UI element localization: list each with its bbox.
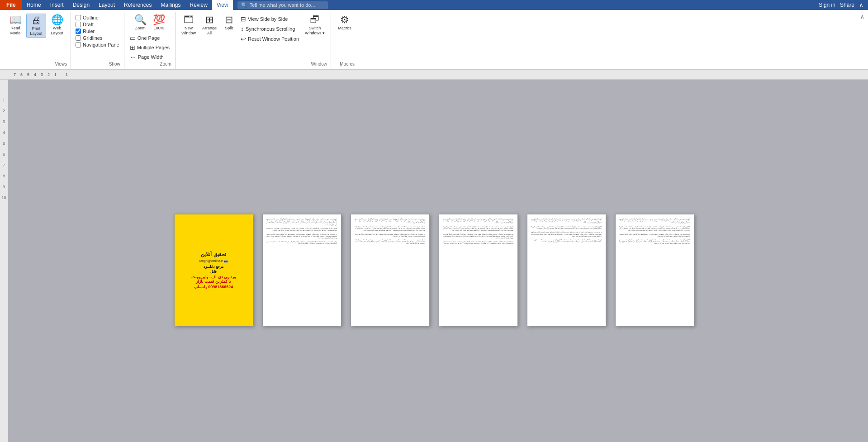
outline-checkbox-row[interactable]: Outline bbox=[75, 14, 120, 21]
view-side-by-side-button[interactable]: ⊟ View Side by Side bbox=[239, 14, 301, 24]
reset-window-position-button[interactable]: ↩ Reset Window Position bbox=[239, 34, 301, 43]
outline-checkbox[interactable] bbox=[76, 15, 81, 20]
document-area: 1 2 3 4 5 6 7 8 9 10 تحقیق آنلاین 📷 Tahg… bbox=[0, 80, 868, 442]
synchronous-scrolling-icon: ↕ bbox=[241, 25, 244, 33]
search-icon: 🔍 bbox=[241, 2, 247, 8]
horizontal-ruler: 7 6 5 4 3 2 1 1 bbox=[0, 70, 868, 80]
zoom-100-icon: 💯 bbox=[153, 15, 165, 25]
text-block: لورم ایپسوم متن ساختگی با تولید سادگی نا… bbox=[619, 218, 690, 245]
ribbon-toolbar: 📖 ReadMode 🖨 PrintLayout 🌐 WebLayout Vie… bbox=[0, 10, 868, 70]
tab-mailings[interactable]: Mailings bbox=[156, 0, 185, 10]
tab-references[interactable]: References bbox=[119, 0, 156, 10]
views-group-label: Views bbox=[55, 62, 67, 67]
outline-label: Outline bbox=[83, 15, 99, 20]
draft-checkbox[interactable] bbox=[76, 22, 81, 27]
window-group-content: 🗔 NewWindow ⊞ ArrangeAll ⊟ Split ⊟ View … bbox=[179, 14, 327, 62]
multiple-pages-button[interactable]: ⊞ Multiple Pages bbox=[128, 43, 171, 52]
document-page-6: لورم ایپسوم متن ساختگی با تولید سادگی نا… bbox=[615, 214, 694, 326]
new-window-button[interactable]: 🗔 NewWindow bbox=[179, 14, 198, 43]
tab-insert[interactable]: Insert bbox=[46, 0, 68, 10]
reset-window-icon: ↩ bbox=[241, 35, 246, 43]
document-page-4: لورم ایپسوم متن ساختگی با تولید سادگی نا… bbox=[439, 214, 518, 326]
zoom-100-button[interactable]: 💯 100% bbox=[151, 14, 167, 32]
document-page-2: لورم ایپسوم متن ساختگی با تولید سادگی نا… bbox=[262, 214, 342, 326]
print-layout-button[interactable]: 🖨 PrintLayout bbox=[26, 14, 46, 38]
navigation-pane-checkbox-row[interactable]: Navigation Pane bbox=[75, 42, 120, 48]
v-ruler-mark: 3 bbox=[3, 119, 5, 124]
read-mode-icon: 📖 bbox=[9, 15, 22, 25]
page-4-content: لورم ایپسوم متن ساختگی با تولید سادگی نا… bbox=[439, 214, 517, 326]
sign-in-link[interactable]: Sign in bbox=[819, 2, 835, 8]
one-page-label: One Page bbox=[138, 35, 160, 41]
ribbon-collapse-area: ∧ bbox=[859, 12, 866, 69]
text-block: لورم ایپسوم متن ساختگی با تولید سادگی نا… bbox=[531, 218, 602, 242]
one-page-button[interactable]: ▭ One Page bbox=[128, 33, 171, 43]
web-layout-button[interactable]: 🌐 WebLayout bbox=[47, 14, 67, 37]
synchronous-scrolling-button[interactable]: ↕ Synchronous Scrolling bbox=[239, 24, 301, 33]
reset-window-label: Reset Window Position bbox=[248, 36, 299, 42]
switch-windows-label: SwitchWindows ▾ bbox=[305, 26, 325, 36]
gridlines-label: Gridlines bbox=[83, 35, 102, 41]
zoom-100-label: 100% bbox=[154, 26, 164, 30]
page-width-button[interactable]: ↔ Page Width bbox=[128, 52, 171, 62]
page-width-label: Page Width bbox=[138, 54, 164, 60]
document-page-5: لورم ایپسوم متن ساختگی با تولید سادگی نا… bbox=[527, 214, 606, 326]
v-ruler-mark: 10 bbox=[1, 195, 6, 200]
web-layout-icon: 🌐 bbox=[51, 15, 63, 25]
v-ruler-mark: 4 bbox=[3, 130, 5, 135]
ribbon-collapse-icon[interactable]: ∧ bbox=[860, 14, 864, 20]
collapse-ribbon-icon[interactable]: ∧ bbox=[859, 1, 863, 9]
ruler-right-end bbox=[862, 70, 868, 79]
tab-review[interactable]: Review bbox=[185, 0, 212, 10]
tab-layout[interactable]: Layout bbox=[94, 0, 119, 10]
macros-button[interactable]: ⚙ Macros bbox=[335, 14, 355, 32]
search-input-wrap[interactable]: 🔍 Tell me what you want to do... bbox=[237, 1, 328, 9]
document-page-3: لورم ایپسوم متن ساختگی با تولید سادگی نا… bbox=[351, 214, 430, 326]
ruler-mark: 7 bbox=[14, 72, 16, 77]
ruler-mark: 2 bbox=[47, 72, 50, 77]
ruler-marks: 7 6 5 4 3 2 1 1 bbox=[14, 72, 68, 77]
zoom-group-label: Zoom bbox=[160, 62, 171, 67]
view-side-by-side-icon: ⊟ bbox=[241, 15, 246, 23]
switch-windows-button[interactable]: 🗗 SwitchWindows ▾ bbox=[303, 14, 327, 43]
draft-checkbox-row[interactable]: Draft bbox=[75, 21, 120, 28]
tab-view[interactable]: View bbox=[212, 0, 233, 10]
cover-title: تحقیق آنلاین bbox=[201, 252, 226, 257]
zoom-label: Zoom bbox=[135, 26, 146, 30]
macros-group-label: Macros bbox=[340, 62, 355, 67]
search-bar: 🔍 Tell me what you want to do... bbox=[233, 0, 815, 10]
ruler-label: Ruler bbox=[83, 29, 95, 34]
v-ruler-mark: 5 bbox=[3, 141, 5, 146]
show-group-content: Outline Draft Ruler Gridlines Navigation… bbox=[75, 14, 120, 62]
arrange-all-icon: ⊞ bbox=[205, 15, 213, 25]
page-5-content: لورم ایپسوم متن ساختگی با تولید سادگی نا… bbox=[527, 214, 606, 326]
one-page-icon: ▭ bbox=[130, 34, 136, 42]
draft-label: Draft bbox=[83, 22, 94, 27]
web-layout-label: WebLayout bbox=[51, 26, 63, 36]
view-side-by-side-label: View Side by Side bbox=[248, 16, 288, 22]
share-button[interactable]: Share bbox=[840, 2, 854, 8]
ruler-mark: 4 bbox=[34, 72, 36, 77]
navigation-pane-checkbox[interactable] bbox=[76, 42, 81, 48]
document-page-1: تحقیق آنلاین 📷 Tahghighonline.ir مرجع دا… bbox=[174, 214, 253, 326]
arrange-all-button[interactable]: ⊞ ArrangeAll bbox=[200, 14, 219, 43]
cover-highlight2: با کمترین قیمت بازار bbox=[196, 279, 232, 284]
multiple-pages-label: Multiple Pages bbox=[137, 45, 170, 50]
gridlines-checkbox-row[interactable]: Gridlines bbox=[75, 35, 120, 41]
tab-home[interactable]: Home bbox=[22, 0, 46, 10]
split-button[interactable]: ⊟ Split bbox=[221, 14, 237, 43]
views-group-content: 📖 ReadMode 🖨 PrintLayout 🌐 WebLayout bbox=[5, 14, 67, 62]
zoom-button[interactable]: 🔍 Zoom bbox=[132, 14, 149, 32]
ribbon-right: Sign in Share ∧ bbox=[814, 0, 868, 10]
page-2-content: لورم ایپسوم متن ساختگی با تولید سادگی نا… bbox=[263, 214, 341, 326]
tab-file[interactable]: File bbox=[0, 0, 22, 10]
ruler-checkbox[interactable] bbox=[76, 29, 81, 34]
cover-highlight1: ورد-پی دی اف - پاورپوینت bbox=[191, 275, 236, 279]
read-mode-button[interactable]: 📖 ReadMode bbox=[5, 14, 25, 37]
cover-desc: مرجع دانلـــود bbox=[204, 265, 223, 269]
tab-design[interactable]: Design bbox=[68, 0, 94, 10]
views-group: 📖 ReadMode 🖨 PrintLayout 🌐 WebLayout Vie… bbox=[2, 12, 71, 69]
vertical-ruler: 1 2 3 4 5 6 7 8 9 10 bbox=[0, 80, 8, 442]
ruler-checkbox-row[interactable]: Ruler bbox=[75, 28, 120, 34]
gridlines-checkbox[interactable] bbox=[76, 35, 81, 41]
